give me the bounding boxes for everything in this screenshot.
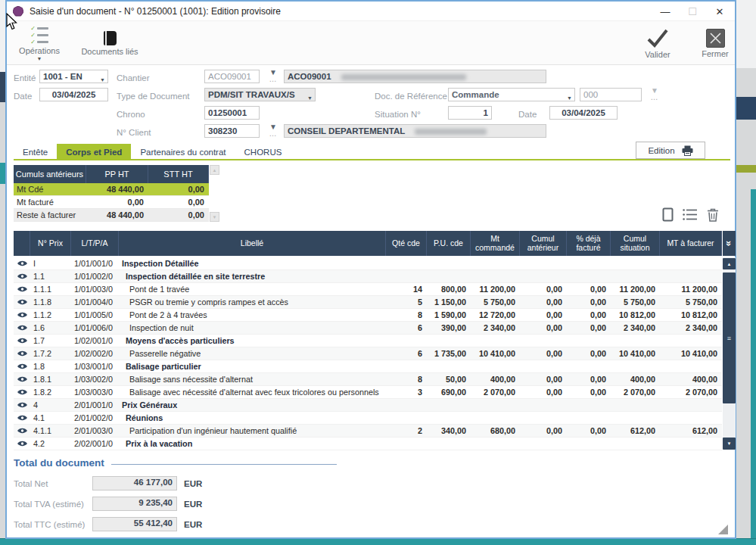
tab-corps-et-pied[interactable]: Corps et Pied	[57, 144, 131, 160]
doc-reference-label: Doc. de Référence	[375, 89, 447, 103]
cell-mt-commande: 400,00	[471, 373, 520, 385]
doc-reference-select[interactable]: Commande ▼	[448, 88, 575, 101]
trash-icon[interactable]	[707, 208, 719, 222]
table-row[interactable]: 1.11/01/002/0Inspection détaillée en sit…	[14, 270, 722, 283]
table-row[interactable]: 1.81/03/001/0Balisage particulier	[14, 360, 722, 373]
column-header[interactable]: P.U. cde	[427, 231, 471, 256]
entite-select[interactable]: 1001 - EN ▼	[39, 70, 108, 83]
summary-col-cumuls[interactable]: Cumuls antérieurs	[14, 165, 86, 183]
eye-icon	[14, 270, 30, 282]
cell-cumul-anterieur	[520, 335, 567, 347]
cell-cumul-situation	[611, 257, 660, 269]
summary-col-pp-ht[interactable]: PP HT	[86, 165, 148, 183]
summary-table-header: Cumuls antérieurs PP HT STT HT	[14, 165, 209, 183]
table-row[interactable]: 42/01/001/0Prix Généraux	[14, 399, 722, 412]
chantier-lookup-button[interactable]: ▼ …	[265, 69, 282, 86]
table-row[interactable]: 4.1.12/01/003/0Participation d'un ingéni…	[14, 425, 722, 438]
table-row[interactable]: 1.8.21/03/003/0Balisage avec nécessité d…	[14, 386, 722, 399]
cell-cumul-situation	[611, 270, 660, 282]
table-row[interactable]: 4.22/02/001/0Prix à la vacation	[14, 438, 722, 450]
summary-scroll-down-button[interactable]: ▼	[210, 212, 219, 222]
doc-reference-num-input[interactable]: 000	[580, 88, 642, 101]
summary-scroll-up-button[interactable]: ▲	[210, 165, 219, 175]
column-header[interactable]: Qté cde	[386, 231, 427, 256]
date-input[interactable]: 03/04/2025	[39, 88, 108, 101]
client-lookup-button[interactable]: ▼ …	[265, 123, 282, 140]
doc-reference-lookup-button[interactable]: ▼ …	[646, 87, 663, 104]
cell-cumul-situation	[611, 399, 660, 411]
fermer-button[interactable]: Fermer	[697, 23, 733, 63]
checkmark-icon	[646, 28, 670, 48]
document-entry-window: Saisie d'un document - N° 01250001 (1001…	[5, 0, 736, 539]
edition-button[interactable]: Edition	[636, 142, 705, 159]
totals-rows: Total Net46 177,00EURTotal TVA (estimé)9…	[14, 473, 202, 534]
operations-button[interactable]: ✓ ✓ ✓ Opérations ▼	[14, 23, 64, 63]
column-header[interactable]: % déjà facturé	[567, 231, 611, 256]
cell-pct-deja-facture	[567, 438, 611, 450]
eye-icon	[14, 309, 30, 321]
page-icon[interactable]	[662, 207, 674, 222]
cell-libelle: Balisage particulier	[119, 360, 386, 372]
maximize-button[interactable]: ☐	[679, 2, 706, 21]
summary-row[interactable]: Mt facturé0,000,00	[14, 196, 209, 209]
table-row[interactable]: 1.1.11/01/003/0Pont de 1 travée14800,001…	[14, 283, 722, 296]
column-header[interactable]: Libellé	[119, 231, 386, 256]
client-name-value: CONSEIL DEPARTEMENTAL	[288, 126, 405, 135]
table-row[interactable]: 4.12/01/002/0Réunions	[14, 412, 722, 425]
table-row[interactable]: 1.71/02/001/0Moyens d'accès particuliers	[14, 335, 722, 347]
background-sliver	[0, 0, 5, 72]
cell-cumul-anterieur	[520, 360, 567, 372]
table-row[interactable]: 1.61/01/006/0Inspection de nuit6390,002 …	[14, 322, 722, 335]
column-header[interactable]: Cumul antérieur	[520, 231, 567, 256]
scroll-down-button[interactable]: ▼	[723, 438, 736, 450]
cell-pu-cde: 50,00	[427, 373, 471, 385]
type-document-select[interactable]: PDM/SIT TRAVAUX/S ▼	[204, 88, 316, 101]
summary-row[interactable]: Mt Cdé48 440,000,00	[14, 183, 209, 196]
cell-mt-a-facturer: 400,00	[660, 373, 722, 385]
column-header[interactable]	[14, 231, 30, 256]
chantier-input[interactable]: ACO09001	[204, 70, 260, 83]
cell-cumul-anterieur	[520, 257, 567, 269]
minimize-button[interactable]: —	[652, 2, 679, 21]
tab-partenaires-du-contrat[interactable]: Partenaires du contrat	[131, 144, 235, 160]
cell-pu-cde	[427, 335, 471, 347]
cell-cumul-situation	[611, 438, 660, 450]
scrollbar-thumb[interactable]: ≡	[723, 272, 736, 403]
table-row[interactable]: 1.1.81/01/004/0PSGR ou tremie y compris …	[14, 296, 722, 309]
cell-mt-a-facturer	[660, 360, 722, 372]
situation-input[interactable]: 1	[448, 106, 492, 120]
list-icon[interactable]	[683, 208, 698, 221]
column-header[interactable]: N° Prix	[30, 231, 71, 256]
close-button[interactable]: ✕	[706, 2, 733, 21]
valider-button[interactable]: Valider	[631, 23, 684, 63]
client-input[interactable]: 308230	[204, 124, 260, 138]
cell-ltpa: 2/01/001/0	[71, 399, 119, 411]
column-header[interactable]: L/T/P/A	[71, 231, 119, 256]
chrono-input[interactable]: 01250001	[204, 106, 260, 120]
totals-section-title: Total du document	[14, 457, 104, 469]
resize-grip[interactable]	[718, 525, 728, 534]
table-row[interactable]: 1.8.11/03/002/0Balisage sans nécessite d…	[14, 373, 722, 386]
chantier-name-value: ACO09001	[288, 72, 331, 81]
column-header[interactable]: Mt commandé	[471, 231, 520, 256]
column-header[interactable]: Cumul situation	[611, 231, 660, 256]
documents-lies-button[interactable]: Documents liés	[73, 23, 146, 63]
summary-col-stt-ht[interactable]: STT HT	[148, 165, 209, 183]
table-row[interactable]: I1/01/001/0Inspection Détaillée	[14, 257, 722, 270]
cell-ltpa: 1/02/002/0	[71, 347, 119, 360]
column-header[interactable]: MT à facturer	[660, 231, 722, 256]
double-chevron-icon[interactable]: »	[723, 231, 736, 256]
cell-cumul-anterieur: 0,00	[520, 309, 567, 321]
title-bar[interactable]: Saisie d'un document - N° 01250001 (1001…	[7, 2, 735, 21]
tab-ent-te[interactable]: Entête	[14, 144, 57, 160]
scroll-up-button[interactable]: ▲	[723, 258, 736, 269]
summary-row[interactable]: Reste à facturer48 440,000,00	[14, 209, 209, 222]
tab-chorus[interactable]: CHORUS	[235, 144, 291, 160]
cell-libelle: Inspection détaillée en site terrestre	[119, 270, 386, 282]
table-row[interactable]: 1.1.21/01/005/0Pont de 2 à 4 travées81 5…	[14, 309, 722, 322]
cell-qte-cde	[386, 399, 427, 411]
cell-cumul-situation	[611, 335, 660, 347]
cell-mt-a-facturer	[660, 412, 722, 424]
situation-date-input[interactable]: 03/04/2025	[549, 106, 618, 120]
table-row[interactable]: 1.7.21/02/002/0Passerelle négative61 735…	[14, 347, 722, 360]
